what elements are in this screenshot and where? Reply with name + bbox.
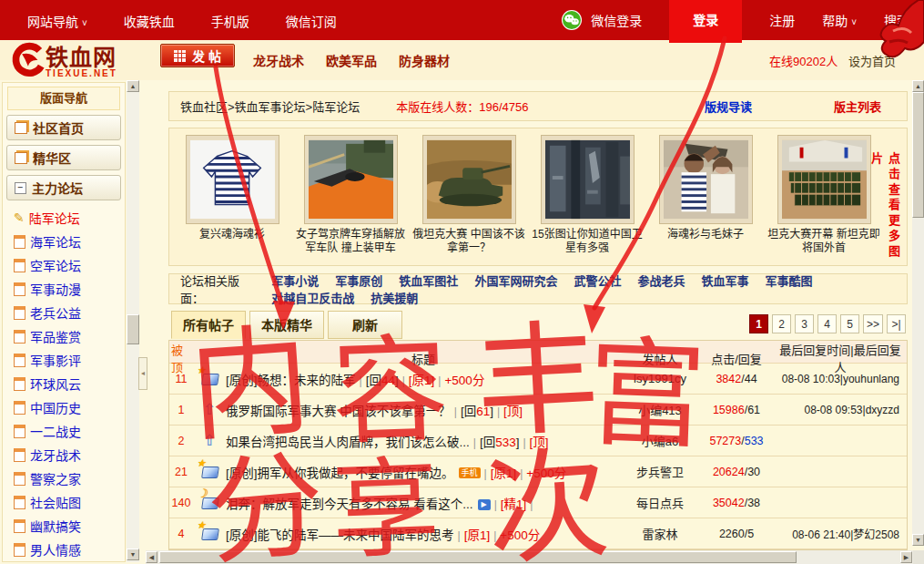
post-title-link[interactable]: 泪奔：解放军走到今天有多不容易 看看这个...▶|[精1]|	[226, 494, 621, 512]
scroll-down-icon[interactable]: ▼	[912, 534, 924, 546]
breadcrumb-panel: 铁血社区>铁血军事论坛>陆军论坛 本版在线人数：196/4756 版规导读 版主…	[168, 91, 908, 121]
forum-label: 海军论坛	[30, 232, 81, 251]
forum-label: 龙牙战术	[30, 446, 81, 464]
sidebar-forum-link[interactable]: 空军论坛	[3, 253, 125, 277]
poster-name[interactable]: 小编413	[621, 401, 699, 418]
sidebar-section-button[interactable]: 社区首页	[6, 115, 121, 140]
page-button[interactable]: 1	[749, 314, 768, 333]
sidebar-forum-link[interactable]: 海军论坛	[3, 230, 125, 253]
header-quick-link[interactable]: 欧美军品	[326, 51, 377, 69]
topbar-menu-item[interactable]: 收藏铁血	[124, 12, 175, 30]
site-logo[interactable]: 铁血网 TIEXUE.NET	[5, 42, 117, 82]
sidebar-collapse-handle[interactable]: ◂	[138, 357, 147, 390]
tab-all-posts[interactable]: 所有帖子	[171, 311, 246, 339]
scroll-up-icon[interactable]: ▲	[912, 80, 924, 92]
post-title-text: [原创]拥军从你我做起，不要停留在嘴边。	[226, 467, 454, 480]
sidebar-section-label: 社区首页	[33, 118, 84, 137]
related-board-link[interactable]: 抗美援朝	[371, 292, 418, 305]
page-scrollbar-thumb[interactable]	[912, 92, 924, 218]
sidebar-forum-link[interactable]: 幽默搞笑	[3, 514, 125, 538]
scroll-right-icon[interactable]: ▶	[900, 551, 912, 563]
poster-name[interactable]: 雷家林	[621, 525, 699, 542]
related-board-link[interactable]: 铁血军图社	[399, 274, 458, 288]
post-title-link[interactable]: 如果台湾把岛民当人肉盾牌，我们该怎么破...|[回533]|[顶]	[226, 432, 621, 450]
page-button[interactable]: 3	[795, 314, 814, 333]
board-icon	[14, 472, 25, 486]
page-button[interactable]: 2	[772, 314, 791, 333]
thumbnail-caption[interactable]: 坦克大赛开幕 新坦克即将国外首	[765, 228, 883, 255]
scroll-left-icon[interactable]: ◀	[146, 551, 157, 563]
board-icon	[14, 330, 25, 344]
sidebar-section-button[interactable]: −主力论坛	[6, 175, 121, 200]
register-link[interactable]: 注册	[769, 11, 795, 29]
scroll-down-icon[interactable]: ▼	[127, 549, 139, 560]
related-board-link[interactable]: 参战老兵	[637, 274, 685, 288]
post-title-link[interactable]: [原创]畅想：未来的陆军|[回44]|[原1]|+500分	[226, 370, 621, 388]
page-button[interactable]: >>	[863, 314, 883, 333]
related-board-link[interactable]: 军事酷图	[765, 274, 812, 288]
poster-name[interactable]: 步兵警卫	[621, 463, 699, 480]
more-images-link[interactable]: 点击查看更多图片	[868, 152, 902, 265]
thumbnail-caption[interactable]: 俄坦克大赛 中国该不该拿第一？	[410, 228, 528, 255]
thumbnail-image[interactable]	[304, 135, 398, 224]
poster-name[interactable]: 小编a6	[621, 432, 699, 449]
related-board-link[interactable]: 对越自卫反击战	[271, 292, 354, 305]
topbar-menu-item[interactable]: 手机版	[211, 12, 249, 30]
page-button[interactable]: 4	[817, 314, 837, 333]
thumbnail-image[interactable]	[186, 135, 279, 224]
column-header-title: 标题	[226, 350, 621, 367]
pagination: 12345>>>|	[749, 314, 906, 333]
post-row: 4★[原创]能飞的陆军——未来中国陆军的思考|[原1]|+500分雷家林2260…	[169, 518, 907, 549]
tab-board-digest[interactable]: 本版精华	[249, 311, 324, 339]
thumbnail-caption[interactable]: 海魂衫与毛妹子	[646, 228, 765, 241]
thumbnail-image[interactable]	[777, 135, 871, 224]
topbar-menu-item[interactable]: 网站导航˅	[27, 12, 87, 30]
sidebar-forum-link[interactable]: 中国历史	[3, 395, 125, 419]
post-title-link[interactable]: [原创]能飞的陆军——未来中国陆军的思考|[原1]|+500分	[226, 525, 621, 543]
related-board-link[interactable]: 铁血军事	[701, 274, 748, 288]
page-button[interactable]: 5	[840, 314, 859, 333]
related-board-link[interactable]: 武警公社	[574, 274, 621, 288]
related-board-link[interactable]: 军事小说	[271, 274, 319, 288]
sidebar-forum-link[interactable]: 环球风云	[3, 372, 125, 395]
sidebar-forum-link[interactable]: 一二战史	[3, 419, 125, 443]
new-post-button[interactable]: 发 帖	[160, 44, 235, 67]
breadcrumb[interactable]: 铁血社区>铁血军事论坛>陆军论坛	[180, 97, 360, 115]
sidebar-forum-link[interactable]: 社会贴图	[3, 490, 125, 514]
sidebar-forum-link[interactable]: 警察之家	[3, 467, 125, 490]
sidebar-forum-link[interactable]: 军品鉴赏	[3, 324, 125, 348]
wechat-login-link[interactable]: 微信登录	[591, 11, 642, 29]
thumbnail-image[interactable]	[541, 135, 635, 224]
horizontal-scrollbar-thumb[interactable]	[159, 551, 797, 563]
scroll-up-icon[interactable]: ▲	[127, 80, 139, 92]
thumbnail-caption[interactable]: 复兴魂海魂衫	[173, 228, 291, 241]
sidebar-forum-link[interactable]: 老兵公益	[3, 301, 125, 324]
thumbnail-image[interactable]	[659, 135, 753, 224]
refresh-tab[interactable]: 刷新	[328, 311, 402, 339]
help-menu[interactable]: 帮助˅	[822, 11, 857, 29]
related-board-link[interactable]: 外国军网研究会	[474, 274, 557, 288]
thumbnail-caption[interactable]: 15张图让你知道中国卫星有多强	[528, 228, 646, 255]
post-flag: [顶]	[530, 436, 549, 449]
header-quick-link[interactable]: 龙牙战术	[253, 51, 304, 69]
post-title-link[interactable]: [原创]拥军从你我做起，不要停留在嘴边。手机|[原1]|+500分	[226, 463, 621, 481]
related-board-link[interactable]: 军事原创	[335, 274, 382, 288]
sidebar-forum-link[interactable]: 男人情感	[3, 538, 125, 561]
header-quick-link[interactable]: 防身器材	[399, 51, 450, 69]
post-title-link[interactable]: 俄罗斯国际军事大赛 中国该不该拿第一？|[回61]|[顶]	[226, 401, 621, 419]
login-button[interactable]: 登录	[669, 0, 742, 43]
sidebar-forum-link[interactable]: 龙牙战术	[3, 443, 125, 467]
topbar-menu-item[interactable]: 微信订阅	[286, 12, 337, 30]
thumbnail-caption[interactable]: 女子驾京牌车穿插解放军车队 撞上装甲车	[291, 228, 410, 255]
moderator-list-link[interactable]: 版主列表	[834, 97, 881, 115]
page-button[interactable]: >|	[887, 314, 906, 333]
thumbnail-image[interactable]	[422, 135, 516, 224]
poster-name[interactable]: 每日点兵	[621, 494, 699, 511]
sidebar-forum-link[interactable]: 军事影评	[3, 348, 125, 372]
sidebar-forum-link[interactable]: 军事动漫	[3, 277, 125, 301]
poster-name[interactable]: lsy1991cy	[621, 372, 699, 385]
sidebar-scrollbar-thumb[interactable]	[127, 314, 139, 344]
sidebar-forum-link[interactable]: ✎陆军论坛	[3, 206, 125, 230]
board-rules-link[interactable]: 版规导读	[705, 97, 752, 115]
sidebar-section-button[interactable]: 精华区	[6, 145, 121, 170]
